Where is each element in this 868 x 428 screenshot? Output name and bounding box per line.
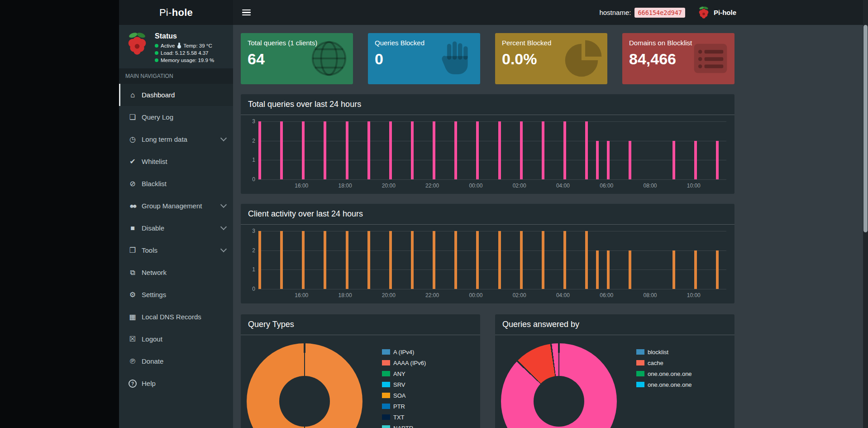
bar-17:05[interactable]: [324, 121, 326, 179]
bar-10:05[interactable]: [694, 141, 697, 179]
bar-05:05[interactable]: [585, 121, 588, 179]
bar-18:05[interactable]: [346, 121, 348, 179]
brand-link[interactable]: Pi-hole: [119, 0, 233, 25]
sidebar-item-local-dns-records[interactable]: ▦Local DNS Records: [119, 306, 233, 328]
sidebar-item-label: Network: [142, 269, 167, 276]
bar-18:05[interactable]: [346, 231, 348, 289]
legend-item-one-one-one-one[interactable]: one.one.one.one: [636, 381, 692, 388]
sidebar-item-settings[interactable]: ⚙Settings: [119, 284, 233, 306]
sidebar-item-dashboard[interactable]: ⌂Dashboard: [119, 84, 233, 106]
bar-20:05[interactable]: [389, 121, 392, 179]
bar-21:05[interactable]: [411, 121, 414, 179]
x-axis-tick: 20:00: [382, 292, 396, 298]
bar-10:05[interactable]: [694, 250, 697, 289]
bar-06:05[interactable]: [607, 141, 610, 179]
x-axis-tick: 08:00: [643, 183, 657, 189]
legend-item-naptr[interactable]: NAPTR: [382, 425, 426, 428]
legend-swatch: [636, 349, 644, 355]
bar-02:05[interactable]: [520, 121, 523, 179]
gridline: [258, 141, 726, 141]
question-icon: ?: [127, 379, 138, 388]
legend-item-cache[interactable]: cache: [636, 360, 692, 366]
sidebar-item-help[interactable]: ?Help: [119, 372, 233, 394]
sidebar-item-blacklist[interactable]: ⊘Blacklist: [119, 173, 233, 195]
bar-09:05[interactable]: [672, 141, 675, 179]
sidebar-item-whitelist[interactable]: ✔Whitelist: [119, 150, 233, 173]
sidebar-item-disable[interactable]: ■Disable: [119, 217, 233, 239]
bar-02:05[interactable]: [520, 231, 523, 289]
sidebar-item-logout[interactable]: ☒Logout: [119, 328, 233, 350]
x-axis-tick: 22:00: [425, 183, 439, 189]
legend-label: blocklist: [648, 349, 668, 356]
sidebar-item-tools[interactable]: ❐Tools: [119, 239, 233, 261]
network-icon: ⧉: [127, 269, 138, 277]
bar-16:05[interactable]: [302, 231, 305, 289]
scrollbar-thumb[interactable]: [863, 25, 868, 232]
bar-16:05[interactable]: [302, 121, 305, 179]
bar-23:05[interactable]: [454, 121, 457, 179]
bar-07:05[interactable]: [629, 250, 631, 289]
bar-19:05[interactable]: [367, 121, 370, 179]
gridline: [258, 160, 726, 160]
sidebar-item-long-term-data[interactable]: ◷Long term data: [119, 128, 233, 150]
bar-23:05[interactable]: [454, 231, 457, 289]
answered-by-donut[interactable]: [501, 343, 617, 428]
bar-11:05[interactable]: [716, 250, 719, 289]
total-queries-chart[interactable]: 321016:0018:0020:0022:0000:0002:0004:000…: [241, 115, 734, 194]
bar-09:05[interactable]: [672, 250, 675, 289]
legend-item-ptr[interactable]: PTR: [382, 403, 426, 410]
legend-item-a-ipv4[interactable]: A (IPv4): [382, 349, 426, 356]
sidebar-nav: ⌂Dashboard❏Query Log◷Long term data✔Whit…: [119, 84, 233, 394]
legend-item-aaaa-ipv6[interactable]: AAAA (IPv6): [382, 360, 426, 366]
brand-suffix: hole: [172, 7, 193, 19]
bar-05:35[interactable]: [596, 141, 599, 179]
y-axis-tick: 1: [252, 266, 255, 273]
bar-20:05[interactable]: [389, 231, 392, 289]
legend-item-soa[interactable]: SOA: [382, 392, 426, 399]
bar-05:35[interactable]: [596, 250, 599, 289]
bar-22:05[interactable]: [433, 231, 435, 289]
bar-05:05[interactable]: [585, 231, 588, 289]
sidebar-item-group-management[interactable]: ☻☻Group Management: [119, 195, 233, 217]
user-logout-icon: ☒: [127, 335, 138, 343]
bar-00:05[interactable]: [476, 231, 479, 289]
y-axis-tick: 1: [252, 157, 255, 163]
chevron-down-icon: [220, 202, 227, 208]
sidebar-item-query-log[interactable]: ❏Query Log: [119, 106, 233, 128]
legend-item-one-one-one-one[interactable]: one.one.one.one: [636, 370, 692, 377]
bar-01:05[interactable]: [498, 231, 501, 289]
bar-19:05[interactable]: [367, 231, 370, 289]
legend-item-txt[interactable]: TXT: [382, 414, 426, 421]
bar-15:05[interactable]: [280, 121, 283, 179]
sidebar-toggle-button[interactable]: [242, 10, 251, 16]
client-activity-chart[interactable]: 321016:0018:0020:0022:0000:0002:0004:000…: [241, 225, 734, 303]
x-axis-tick: 06:00: [600, 292, 613, 298]
bar-01:05[interactable]: [498, 121, 501, 179]
sidebar-item-network[interactable]: ⧉Network: [119, 261, 233, 284]
legend-item-blocklist[interactable]: blocklist: [636, 349, 692, 356]
bar-21:05[interactable]: [411, 231, 414, 289]
bar-04:05[interactable]: [563, 231, 566, 289]
legend-item-srv[interactable]: SRV: [382, 381, 426, 388]
bar-22:05[interactable]: [433, 121, 435, 179]
pihole-admin-page: Pi-hole hostname: 666154e2d947 Pi-hole S…: [119, 0, 863, 428]
x-axis-tick: 16:00: [295, 292, 308, 298]
bar-15:05[interactable]: [280, 231, 283, 289]
legend-item-any[interactable]: ANY: [382, 370, 426, 377]
bar-03:05[interactable]: [542, 231, 544, 289]
bar-07:05[interactable]: [629, 141, 631, 179]
bar-14:05[interactable]: [258, 231, 261, 289]
bar-04:05[interactable]: [563, 121, 566, 179]
nav-section-header: MAIN NAVIGATION: [119, 68, 233, 84]
bar-17:05[interactable]: [324, 231, 326, 289]
query-types-donut[interactable]: [247, 343, 362, 428]
bar-14:05[interactable]: [258, 121, 261, 179]
users-icon: ☻☻: [127, 203, 138, 209]
sidebar-item-donate[interactable]: ℗Donate: [119, 350, 233, 372]
clock-icon: ◷: [127, 135, 138, 144]
bar-00:05[interactable]: [476, 121, 479, 179]
bar-06:05[interactable]: [607, 250, 610, 289]
bar-03:05[interactable]: [542, 121, 544, 179]
bar-11:05[interactable]: [716, 141, 719, 179]
scrollbar[interactable]: [863, 0, 868, 428]
